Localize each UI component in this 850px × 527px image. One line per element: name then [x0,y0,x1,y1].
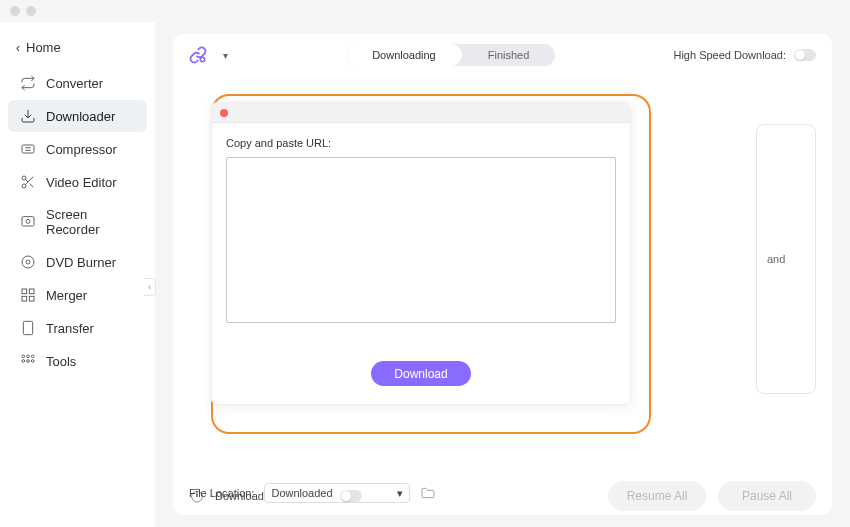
file-location-row: File Location: Downloaded ▾ [173,483,832,515]
sidebar-item-label: Transfer [46,321,94,336]
sidebar-item-video-editor[interactable]: Video Editor [8,166,147,198]
svg-point-11 [22,256,34,268]
sidebar-item-label: Compressor [46,142,117,157]
tab-finished[interactable]: Finished [462,44,556,66]
sidebar-item-label: Downloader [46,109,115,124]
sidebar-item-converter[interactable]: Converter [8,67,147,99]
scissors-icon [20,174,36,190]
url-input[interactable] [226,157,616,323]
traffic-light-minimize[interactable] [26,6,36,16]
download-button[interactable]: Download [371,361,471,386]
sidebar-item-label: Merger [46,288,87,303]
svg-point-12 [26,260,30,264]
high-speed-download-toggle[interactable] [794,49,816,61]
content-area: and Copy and paste URL: Download [173,76,832,471]
svg-rect-16 [29,296,34,301]
add-link-icon[interactable] [189,46,207,64]
window-titlebar [0,0,850,22]
sidebar-item-dvd-burner[interactable]: DVD Burner [8,246,147,278]
sidebar-item-compressor[interactable]: Compressor [8,133,147,165]
svg-point-20 [27,355,30,358]
file-location-select[interactable]: Downloaded ▾ [264,483,410,503]
sidebar-item-merger[interactable]: Merger [8,279,147,311]
collapse-sidebar-handle[interactable]: ‹ [144,278,156,296]
grid-icon [20,353,36,369]
svg-rect-17 [23,321,32,334]
svg-point-22 [22,360,25,363]
sidebar-item-tools[interactable]: Tools [8,345,147,377]
sidebar-item-label: Video Editor [46,175,117,190]
screen-recorder-icon [20,214,36,230]
sidebar-nav: Converter Downloader Compressor Video Ed… [6,67,149,377]
svg-point-10 [26,219,30,223]
downloader-icon [20,108,36,124]
file-location-value: Downloaded [271,487,332,499]
sidebar-item-label: DVD Burner [46,255,116,270]
high-speed-download-label: High Speed Download: [673,49,786,61]
svg-rect-1 [22,145,34,153]
merger-icon [20,287,36,303]
sidebar-item-transfer[interactable]: Transfer [8,312,147,344]
svg-rect-13 [22,289,27,294]
svg-point-23 [27,360,30,363]
add-link-caret-icon[interactable]: ▾ [223,50,228,61]
modal-titlebar [212,103,630,123]
url-modal: Copy and paste URL: Download [211,102,631,405]
transfer-icon [20,320,36,336]
converter-icon [20,75,36,91]
svg-line-8 [25,179,28,182]
download-then-convert-toggle[interactable] [340,490,362,502]
sidebar-item-downloader[interactable]: Downloader [8,100,147,132]
sidebar-item-screen-recorder[interactable]: Screen Recorder [8,199,147,245]
tab-downloading[interactable]: Downloading [346,44,462,66]
home-link[interactable]: ‹ Home [6,34,149,61]
tab-segmented-control: Downloading Finished [346,44,555,66]
svg-point-21 [31,355,34,358]
content-card: ▾ Downloading Finished High Speed Downlo… [173,34,832,515]
compressor-icon [20,141,36,157]
high-speed-download-row: High Speed Download: [673,49,816,61]
home-label: Home [26,40,61,55]
folder-icon[interactable] [420,485,436,501]
sidebar-item-label: Screen Recorder [46,207,135,237]
sidebar-item-label: Tools [46,354,76,369]
close-icon[interactable] [220,109,228,117]
topbar: ▾ Downloading Finished High Speed Downlo… [173,34,832,76]
url-prompt-label: Copy and paste URL: [226,137,616,149]
svg-point-5 [22,184,26,188]
background-panel-text: and [767,253,785,265]
svg-point-24 [31,360,34,363]
background-panel: and [756,124,816,394]
svg-line-7 [30,184,34,188]
traffic-light-close[interactable] [10,6,20,16]
svg-point-4 [22,176,26,180]
svg-point-19 [22,355,25,358]
svg-rect-15 [22,296,27,301]
sidebar: ‹ Home Converter Downloader Compressor V… [0,22,155,527]
sidebar-item-label: Converter [46,76,103,91]
file-location-label: File Location: [189,487,254,499]
main-area: ▾ Downloading Finished High Speed Downlo… [155,22,850,527]
svg-rect-14 [29,289,34,294]
svg-rect-9 [22,217,34,226]
disc-icon [20,254,36,270]
chevron-down-icon: ▾ [397,487,403,500]
chevron-left-icon: ‹ [16,41,20,55]
